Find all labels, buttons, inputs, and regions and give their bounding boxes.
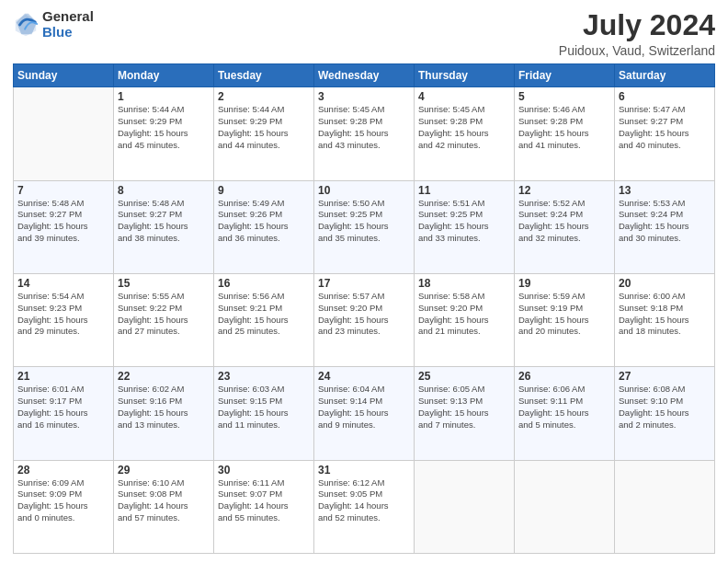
table-row: 17Sunrise: 5:57 AM Sunset: 9:20 PM Dayli… — [314, 273, 415, 366]
table-row: 21Sunrise: 6:01 AM Sunset: 9:17 PM Dayli… — [14, 367, 114, 460]
day-number: 6 — [619, 90, 711, 103]
table-row — [515, 460, 615, 553]
day-number: 23 — [218, 370, 310, 383]
day-info: Sunrise: 5:59 AM Sunset: 9:19 PM Dayligh… — [518, 291, 610, 338]
day-info: Sunrise: 5:46 AM Sunset: 9:28 PM Dayligh… — [518, 104, 610, 151]
day-info: Sunrise: 5:53 AM Sunset: 9:24 PM Dayligh… — [619, 198, 711, 245]
day-number: 21 — [17, 370, 109, 383]
day-number: 16 — [218, 277, 310, 290]
day-number: 10 — [318, 184, 410, 197]
table-row: 3Sunrise: 5:45 AM Sunset: 9:28 PM Daylig… — [314, 87, 415, 180]
logo: General Blue — [13, 9, 94, 40]
day-info: Sunrise: 5:48 AM Sunset: 9:27 PM Dayligh… — [17, 198, 109, 245]
table-row: 29Sunrise: 6:10 AM Sunset: 9:08 PM Dayli… — [114, 460, 214, 553]
table-row: 24Sunrise: 6:04 AM Sunset: 9:14 PM Dayli… — [314, 367, 415, 460]
calendar-header: Sunday Monday Tuesday Wednesday Thursday… — [14, 64, 715, 87]
day-number: 14 — [17, 277, 109, 290]
col-sunday: Sunday — [14, 64, 114, 87]
table-row: 28Sunrise: 6:09 AM Sunset: 9:09 PM Dayli… — [14, 460, 114, 553]
subtitle: Puidoux, Vaud, Switzerland — [559, 43, 715, 58]
table-row: 8Sunrise: 5:48 AM Sunset: 9:27 PM Daylig… — [114, 180, 214, 273]
table-row: 22Sunrise: 6:02 AM Sunset: 9:16 PM Dayli… — [114, 367, 214, 460]
day-info: Sunrise: 5:57 AM Sunset: 9:20 PM Dayligh… — [318, 291, 410, 338]
table-row: 23Sunrise: 6:03 AM Sunset: 9:15 PM Dayli… — [214, 367, 314, 460]
day-info: Sunrise: 6:05 AM Sunset: 9:13 PM Dayligh… — [418, 384, 510, 431]
logo-general-text: General — [42, 9, 94, 25]
day-info: Sunrise: 5:44 AM Sunset: 9:29 PM Dayligh… — [118, 104, 210, 151]
day-info: Sunrise: 6:09 AM Sunset: 9:09 PM Dayligh… — [17, 477, 109, 524]
day-info: Sunrise: 6:04 AM Sunset: 9:14 PM Dayligh… — [318, 384, 410, 431]
table-row: 9Sunrise: 5:49 AM Sunset: 9:26 PM Daylig… — [214, 180, 314, 273]
logo-icon — [13, 12, 39, 38]
table-row: 6Sunrise: 5:47 AM Sunset: 9:27 PM Daylig… — [615, 87, 715, 180]
table-row: 5Sunrise: 5:46 AM Sunset: 9:28 PM Daylig… — [515, 87, 615, 180]
table-row: 16Sunrise: 5:56 AM Sunset: 9:21 PM Dayli… — [214, 273, 314, 366]
table-row: 20Sunrise: 6:00 AM Sunset: 9:18 PM Dayli… — [615, 273, 715, 366]
table-row: 30Sunrise: 6:11 AM Sunset: 9:07 PM Dayli… — [214, 460, 314, 553]
table-row: 18Sunrise: 5:58 AM Sunset: 9:20 PM Dayli… — [415, 273, 515, 366]
day-info: Sunrise: 6:00 AM Sunset: 9:18 PM Dayligh… — [619, 291, 711, 338]
day-number: 31 — [318, 464, 410, 477]
day-number: 12 — [518, 184, 610, 197]
table-row: 1Sunrise: 5:44 AM Sunset: 9:29 PM Daylig… — [114, 87, 214, 180]
col-saturday: Saturday — [615, 64, 715, 87]
table-row: 7Sunrise: 5:48 AM Sunset: 9:27 PM Daylig… — [14, 180, 114, 273]
day-number: 20 — [619, 277, 711, 290]
day-number: 30 — [218, 464, 310, 477]
col-wednesday: Wednesday — [314, 64, 415, 87]
page: General Blue July 2024 Puidoux, Vaud, Sw… — [0, 0, 728, 563]
day-info: Sunrise: 6:06 AM Sunset: 9:11 PM Dayligh… — [518, 384, 610, 431]
day-info: Sunrise: 6:02 AM Sunset: 9:16 PM Dayligh… — [118, 384, 210, 431]
day-number: 9 — [218, 184, 310, 197]
day-info: Sunrise: 5:56 AM Sunset: 9:21 PM Dayligh… — [218, 291, 310, 338]
table-row: 10Sunrise: 5:50 AM Sunset: 9:25 PM Dayli… — [314, 180, 415, 273]
header-row: Sunday Monday Tuesday Wednesday Thursday… — [14, 64, 715, 87]
day-number: 29 — [118, 464, 210, 477]
day-info: Sunrise: 5:50 AM Sunset: 9:25 PM Dayligh… — [318, 198, 410, 245]
day-info: Sunrise: 5:48 AM Sunset: 9:27 PM Dayligh… — [118, 198, 210, 245]
calendar-week-row: 21Sunrise: 6:01 AM Sunset: 9:17 PM Dayli… — [14, 367, 715, 460]
day-info: Sunrise: 6:10 AM Sunset: 9:08 PM Dayligh… — [118, 477, 210, 524]
table-row: 19Sunrise: 5:59 AM Sunset: 9:19 PM Dayli… — [515, 273, 615, 366]
logo-text: General Blue — [42, 9, 94, 40]
main-title: July 2024 — [559, 9, 715, 41]
day-info: Sunrise: 5:54 AM Sunset: 9:23 PM Dayligh… — [17, 291, 109, 338]
day-info: Sunrise: 5:47 AM Sunset: 9:27 PM Dayligh… — [619, 104, 711, 151]
table-row — [615, 460, 715, 553]
calendar-week-row: 7Sunrise: 5:48 AM Sunset: 9:27 PM Daylig… — [14, 180, 715, 273]
day-number: 22 — [118, 370, 210, 383]
day-info: Sunrise: 5:51 AM Sunset: 9:25 PM Dayligh… — [418, 198, 510, 245]
table-row: 25Sunrise: 6:05 AM Sunset: 9:13 PM Dayli… — [415, 367, 515, 460]
day-number: 11 — [418, 184, 510, 197]
header: General Blue July 2024 Puidoux, Vaud, Sw… — [13, 9, 715, 58]
day-info: Sunrise: 5:45 AM Sunset: 9:28 PM Dayligh… — [318, 104, 410, 151]
day-number: 3 — [318, 90, 410, 103]
col-thursday: Thursday — [415, 64, 515, 87]
calendar-body: 1Sunrise: 5:44 AM Sunset: 9:29 PM Daylig… — [14, 87, 715, 554]
day-number: 5 — [518, 90, 610, 103]
day-info: Sunrise: 5:49 AM Sunset: 9:26 PM Dayligh… — [218, 198, 310, 245]
calendar-table: Sunday Monday Tuesday Wednesday Thursday… — [13, 63, 715, 554]
table-row: 15Sunrise: 5:55 AM Sunset: 9:22 PM Dayli… — [114, 273, 214, 366]
day-number: 2 — [218, 90, 310, 103]
day-info: Sunrise: 5:45 AM Sunset: 9:28 PM Dayligh… — [418, 104, 510, 151]
col-friday: Friday — [515, 64, 615, 87]
calendar-week-row: 28Sunrise: 6:09 AM Sunset: 9:09 PM Dayli… — [14, 460, 715, 553]
calendar-week-row: 1Sunrise: 5:44 AM Sunset: 9:29 PM Daylig… — [14, 87, 715, 180]
calendar-week-row: 14Sunrise: 5:54 AM Sunset: 9:23 PM Dayli… — [14, 273, 715, 366]
day-info: Sunrise: 6:11 AM Sunset: 9:07 PM Dayligh… — [218, 477, 310, 524]
table-row — [14, 87, 114, 180]
day-info: Sunrise: 5:55 AM Sunset: 9:22 PM Dayligh… — [118, 291, 210, 338]
table-row: 4Sunrise: 5:45 AM Sunset: 9:28 PM Daylig… — [415, 87, 515, 180]
day-number: 27 — [619, 370, 711, 383]
day-info: Sunrise: 5:44 AM Sunset: 9:29 PM Dayligh… — [218, 104, 310, 151]
day-number: 7 — [17, 184, 109, 197]
table-row: 13Sunrise: 5:53 AM Sunset: 9:24 PM Dayli… — [615, 180, 715, 273]
day-number: 4 — [418, 90, 510, 103]
day-info: Sunrise: 6:08 AM Sunset: 9:10 PM Dayligh… — [619, 384, 711, 431]
day-number: 18 — [418, 277, 510, 290]
col-tuesday: Tuesday — [214, 64, 314, 87]
logo-blue-text: Blue — [42, 25, 94, 40]
table-row: 31Sunrise: 6:12 AM Sunset: 9:05 PM Dayli… — [314, 460, 415, 553]
day-number: 19 — [518, 277, 610, 290]
